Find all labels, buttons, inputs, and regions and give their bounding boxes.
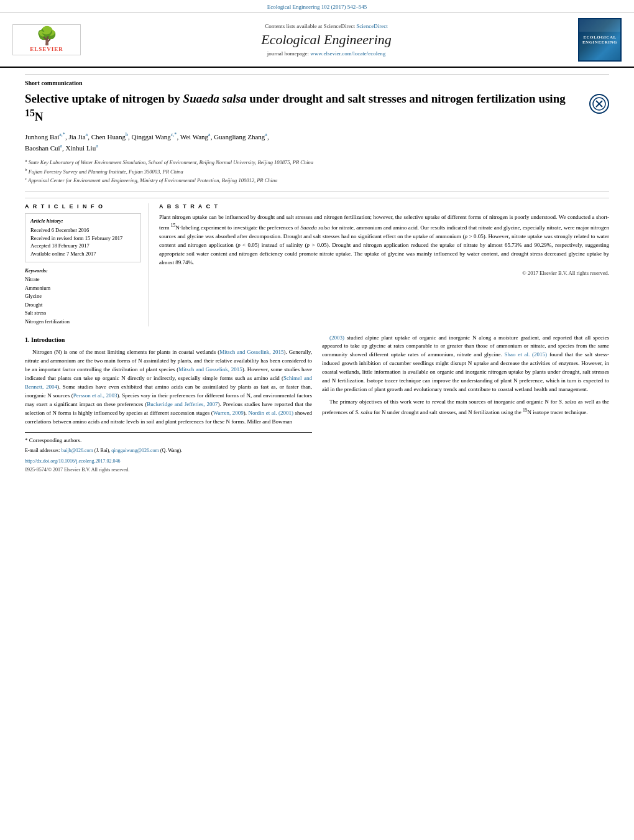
email-label: E-mail addresses: (25, 448, 60, 453)
author-qinggai: Qinggai Wang (131, 132, 170, 140)
keyword-salt-stress: Salt stress (25, 309, 141, 318)
journal-header: 🌳 ELSEVIER Contents lists available at S… (0, 13, 634, 68)
abstract-col: A B S T R A C T Plant nitrogen uptake ca… (159, 203, 609, 326)
homepage-line: journal homepage: www.elsevier.com/locat… (81, 50, 572, 57)
ref-buckeridge-2007[interactable]: Buckeridge and Jefferies, 2007 (147, 401, 218, 407)
history-label: Article history: (30, 218, 136, 224)
author-jia: Jia Jia (68, 132, 85, 140)
ref-persson-2003[interactable]: Persson et al., 2003 (73, 392, 117, 399)
received-date: Received 6 December 2016 (30, 226, 136, 234)
crossmark-icon (592, 96, 607, 111)
ref-miller-2003[interactable]: (2003) (329, 335, 344, 341)
email2-link[interactable]: qinggaiwang@126.com (111, 448, 158, 453)
title-part1: Selective uptake of nitrogen by (25, 92, 183, 105)
author-baoshan: Baoshan Cui (25, 144, 60, 152)
elsevier-logo-box: 🌳 ELSEVIER (12, 24, 81, 55)
ref-nordin-2001[interactable]: Nordin et al. (2001) (249, 410, 293, 416)
affil-c: Appraisal Center for Environment and Eng… (28, 177, 277, 183)
journal-center-info: Contents lists available at ScienceDirec… (81, 23, 572, 57)
journal-ref-link[interactable]: Ecological Engineering 102 (2017) 542–54… (267, 4, 367, 10)
affiliations: a State Key Laboratory of Water Environm… (25, 157, 609, 192)
copyright-line: © 2017 Elsevier B.V. All rights reserved… (159, 270, 609, 276)
email2-person: (Q. Wang). (160, 448, 182, 453)
article-title: Selective uptake of nitrogen by Suaeda s… (25, 91, 584, 125)
intro-para-right1: (2003) studied alpine plant uptake of or… (322, 334, 609, 395)
abstract-heading: A B S T R A C T (159, 203, 609, 210)
corresponding-authors-label: * Corresponding authors. (25, 436, 312, 445)
email-addresses: E-mail addresses: baijh@126.com (J. Bai)… (25, 447, 312, 455)
abstract-text: Plant nitrogen uptake can be influenced … (159, 213, 609, 267)
keyword-drought: Drought (25, 301, 141, 310)
journal-title: Ecological Engineering (81, 32, 572, 48)
doi-link[interactable]: http://dx.doi.org/10.1016/j.ecoleng.2017… (25, 458, 120, 464)
affil-b: Fujian Forestry Survey and Planning Inst… (29, 168, 183, 175)
article-info-heading: A R T I C L E I N F O (25, 203, 141, 210)
ref-mitsch-2015b[interactable]: Mitsch and Gosselink, 2015 (178, 366, 242, 372)
article-body: Short communication Selective uptake of … (0, 68, 634, 474)
author-junhong: Junhong Bai (25, 132, 59, 140)
article-history-box: Article history: Received 6 December 201… (25, 213, 141, 262)
article-info-col: A R T I C L E I N F O Article history: R… (25, 203, 149, 326)
main-right-col: (2003) studied alpine plant uptake of or… (322, 334, 609, 474)
title-part3: N (35, 110, 44, 123)
accepted-date: Accepted 18 February 2017 (30, 242, 136, 250)
author-xinhui: Xinhui Liu (66, 144, 96, 152)
affil-a: State Key Laboratory of Water Environmen… (29, 159, 314, 165)
ref-warren-2009[interactable]: Warren, 2009 (213, 410, 244, 416)
doi-line[interactable]: http://dx.doi.org/10.1016/j.ecoleng.2017… (25, 458, 312, 465)
contents-line: Contents lists available at ScienceDirec… (81, 23, 572, 29)
email1-person: (J. Bai), (94, 448, 111, 453)
elsevier-tree-icon: 🌳 (36, 27, 58, 45)
section-number: 1. (25, 336, 30, 343)
elsevier-brand-text: ELSEVIER (30, 46, 63, 52)
journal-badge-box: ECOLOGICAL ENGINEERING (578, 18, 622, 62)
title-sup: 15 (25, 108, 35, 118)
journal-badge: ECOLOGICAL ENGINEERING (572, 18, 622, 62)
homepage-label: journal homepage: (267, 50, 309, 57)
science-direct-link[interactable]: ScienceDirect (356, 23, 387, 29)
title-part2: under drought and salt stresses and nitr… (246, 92, 565, 105)
author-guangliang: Guangliang Zhang (214, 132, 265, 140)
main-content: 1. Introduction Nitrogen (N) is one of t… (25, 334, 609, 474)
author-wei: Wei Wang (180, 132, 208, 140)
ref-schimel-2004[interactable]: Schimel and Bennett, 2004 (25, 375, 312, 390)
ref-mitsch-2015[interactable]: Mitsch and Gosselink, 2015 (219, 349, 283, 355)
journal-reference: Ecological Engineering 102 (2017) 542–54… (0, 0, 634, 13)
elsevier-logo: 🌳 ELSEVIER (12, 24, 81, 55)
title-area: Selective uptake of nitrogen by Suaeda s… (25, 91, 609, 125)
keyword-ammonium: Ammonium (25, 284, 141, 293)
revised-date: Received in revised form 15 February 201… (30, 234, 136, 242)
contents-text: Contents lists available at ScienceDirec… (265, 23, 355, 29)
title-italic: Suaeda salsa (183, 92, 247, 105)
intro-para-right2: The primary objectives of this work were… (322, 398, 609, 417)
keyword-nitrogen-fertilization: Nitrogen fertilization (25, 318, 141, 326)
authors-line: Junhong Baia,*, Jia Jiaa, Chen Huangb, Q… (25, 131, 609, 154)
article-type: Short communication (25, 74, 609, 86)
keywords-label: Keywords: (25, 267, 141, 274)
footnote-area: * Corresponding authors. E-mail addresse… (25, 432, 312, 474)
keyword-glycine: Glycine (25, 292, 141, 301)
homepage-url[interactable]: www.elsevier.com/locate/ecoleng (310, 50, 385, 57)
crossmark-area[interactable] (584, 91, 609, 114)
badge-line1: ECOLOGICAL (583, 35, 616, 40)
main-left-col: 1. Introduction Nitrogen (N) is one of t… (25, 334, 312, 474)
article-info-abstract: A R T I C L E I N F O Article history: R… (25, 198, 609, 326)
crossmark-badge[interactable] (589, 94, 609, 114)
email1-link[interactable]: baijh@126.com (62, 448, 93, 453)
author-chen: Chen Huang (91, 132, 126, 140)
rights-line: 0925-8574/© 2017 Elsevier B.V. All right… (25, 466, 312, 474)
ref-shao-2015[interactable]: Shao et al. (2015) (505, 351, 548, 358)
badge-line2: ENGINEERING (582, 40, 617, 45)
available-date: Available online 7 March 2017 (30, 250, 136, 258)
intro-title: 1. Introduction (25, 335, 312, 345)
intro-para1: Nitrogen (N) is one of the most limiting… (25, 348, 312, 426)
keyword-nitrate: Nitrate (25, 275, 141, 284)
keywords-section: Keywords: Nitrate Ammonium Glycine Droug… (25, 267, 141, 326)
